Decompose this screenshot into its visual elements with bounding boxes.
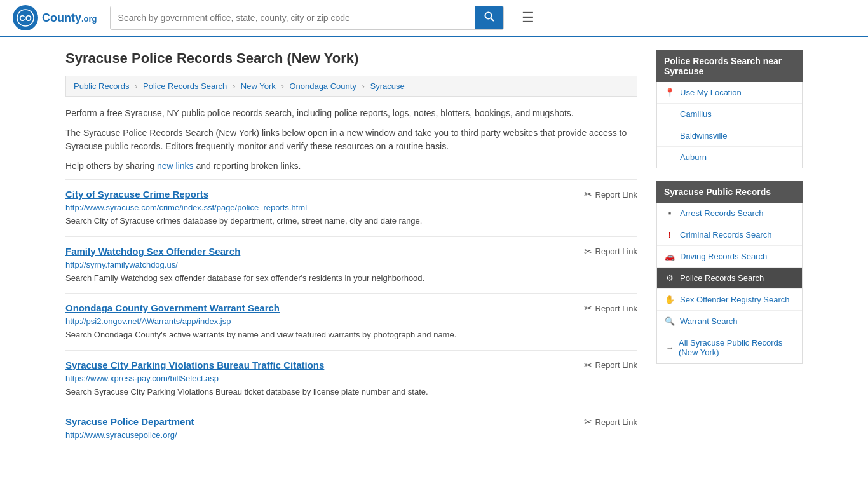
- breadcrumb-police-records-search[interactable]: Police Records Search: [143, 81, 227, 91]
- sidebar-item-label: Use My Location: [680, 88, 742, 97]
- sidebar-item-label: Criminal Records Search: [680, 230, 772, 240]
- sidebar-item-label: Driving Records Search: [680, 252, 767, 261]
- result-item: Syracuse City Parking Violations Bureau …: [65, 350, 637, 407]
- sidebar-item-label: Baldwinsville: [680, 131, 727, 140]
- new-links-link[interactable]: new links: [157, 161, 194, 171]
- search-bar: [110, 6, 504, 30]
- report-link[interactable]: ✂ Report Link: [584, 360, 637, 371]
- report-link[interactable]: ✂ Report Link: [584, 246, 637, 257]
- report-link-label: Report Link: [595, 304, 637, 313]
- warrant-search-icon: 🔍: [665, 316, 675, 326]
- sidebar-item-warrant-search[interactable]: 🔍 Warrant Search: [657, 311, 802, 332]
- sidebar-item-label: Auburn: [680, 152, 707, 162]
- result-url[interactable]: http://syrny.familywatchdog.us/: [65, 260, 637, 269]
- result-url[interactable]: http://www.syracusepolice.org/: [65, 430, 637, 440]
- breadcrumb-new-york[interactable]: New York: [241, 81, 276, 91]
- logo-text: County.org: [42, 11, 97, 25]
- sidebar-records-list: ▪ Arrest Records Search ! Criminal Recor…: [656, 203, 803, 364]
- sidebar-item-arrest-records[interactable]: ▪ Arrest Records Search: [657, 203, 802, 224]
- logo[interactable]: CO County.org: [13, 5, 97, 30]
- sidebar: Police Records Search near Syracuse 📍 Us…: [656, 50, 803, 451]
- result-url[interactable]: http://www.syracuse.com/crime/index.ssf/…: [65, 203, 637, 212]
- report-link-icon: ✂: [584, 302, 592, 314]
- result-header: Family Watchdog Sex Offender Search ✂ Re…: [65, 246, 637, 257]
- sidebar-location-list: 📍 Use My Location Camillus Baldwinsville…: [656, 82, 803, 168]
- result-desc: Search Onondaga County's active warrants…: [65, 329, 637, 341]
- sidebar-section-nearby: Police Records Search near Syracuse 📍 Us…: [656, 50, 803, 168]
- result-desc: Search Family Watchdog sex offender data…: [65, 272, 637, 285]
- arrow-right-icon: →: [665, 343, 675, 353]
- result-header: City of Syracuse Crime Reports ✂ Report …: [65, 189, 637, 200]
- results-list: City of Syracuse Crime Reports ✂ Report …: [65, 179, 637, 451]
- page-title: Syracuse Police Records Search (New York…: [65, 50, 637, 67]
- report-link-icon: ✂: [584, 246, 592, 257]
- svg-line-3: [491, 18, 494, 22]
- result-item: Family Watchdog Sex Offender Search ✂ Re…: [65, 236, 637, 294]
- result-header: Onondaga County Government Warrant Searc…: [65, 302, 637, 314]
- report-link-label: Report Link: [595, 190, 637, 200]
- sidebar-item-label: Arrest Records Search: [680, 208, 764, 218]
- criminal-records-icon: !: [665, 230, 675, 240]
- result-title[interactable]: Syracuse Police Department: [65, 416, 194, 427]
- sex-offender-icon: ✋: [665, 295, 675, 304]
- result-header: Syracuse City Parking Violations Bureau …: [65, 360, 637, 371]
- breadcrumb: Public Records › Police Records Search ›…: [65, 76, 637, 97]
- sidebar-item-all-records[interactable]: → All Syracuse Public Records (New York): [657, 332, 802, 363]
- result-title[interactable]: Family Watchdog Sex Offender Search: [65, 246, 240, 257]
- sidebar-item-driving-records[interactable]: 🚗 Driving Records Search: [657, 246, 802, 268]
- result-title[interactable]: City of Syracuse Crime Reports: [65, 189, 208, 200]
- report-link[interactable]: ✂ Report Link: [584, 189, 637, 200]
- sidebar-item-label: Warrant Search: [680, 316, 738, 326]
- report-link-label: Report Link: [595, 360, 637, 370]
- report-link-icon: ✂: [584, 360, 592, 371]
- report-link-icon: ✂: [584, 416, 592, 428]
- sidebar-item-label: Sex Offender Registry Search: [680, 295, 789, 304]
- description-para2: The Syracuse Police Records Search (New …: [65, 126, 637, 153]
- report-link-label: Report Link: [595, 417, 637, 427]
- result-desc: Search Syracuse City Parking Violations …: [65, 386, 637, 398]
- search-input[interactable]: [111, 6, 475, 29]
- driving-records-icon: 🚗: [665, 252, 675, 261]
- hamburger-menu[interactable]: ☰: [517, 7, 539, 29]
- description-para3: Help others by sharing new links and rep…: [65, 159, 637, 173]
- sidebar-item-sex-offender-registry[interactable]: ✋ Sex Offender Registry Search: [657, 289, 802, 311]
- result-header: Syracuse Police Department ✂ Report Link: [65, 416, 637, 428]
- logo-icon: CO: [13, 5, 38, 30]
- svg-point-2: [485, 13, 491, 19]
- sidebar-heading-nearby: Police Records Search near Syracuse: [656, 50, 803, 82]
- report-link[interactable]: ✂ Report Link: [584, 416, 637, 428]
- result-url[interactable]: http://psi2.ongov.net/AWarrants/app/inde…: [65, 316, 637, 326]
- police-records-icon: ⚙: [665, 273, 675, 283]
- breadcrumb-syracuse[interactable]: Syracuse: [370, 81, 405, 91]
- sidebar-item-criminal-records[interactable]: ! Criminal Records Search: [657, 224, 802, 246]
- result-url[interactable]: https://www.xpress-pay.com/billSelect.as…: [65, 374, 637, 383]
- sidebar-item-police-records[interactable]: ⚙ Police Records Search: [657, 268, 802, 289]
- sidebar-heading-public-records: Syracuse Public Records: [656, 181, 803, 203]
- description-para1: Perform a free Syracuse, NY public polic…: [65, 107, 637, 120]
- svg-text:CO: CO: [19, 13, 32, 23]
- sidebar-item-baldwinsville[interactable]: Baldwinsville: [657, 125, 802, 147]
- sidebar-item-label: Camillus: [680, 109, 712, 119]
- breadcrumb-onondaga-county[interactable]: Onondaga County: [289, 81, 356, 91]
- location-pin-icon: 📍: [665, 88, 675, 97]
- sidebar-item-auburn[interactable]: Auburn: [657, 147, 802, 168]
- sidebar-section-public-records: Syracuse Public Records ▪ Arrest Records…: [656, 181, 803, 364]
- result-item: Onondaga County Government Warrant Searc…: [65, 293, 637, 350]
- report-link-icon: ✂: [584, 189, 592, 200]
- result-item: Syracuse Police Department ✂ Report Link…: [65, 407, 637, 451]
- sidebar-item-use-my-location[interactable]: 📍 Use My Location: [657, 82, 802, 104]
- sidebar-item-camillus[interactable]: Camillus: [657, 104, 802, 125]
- report-link-label: Report Link: [595, 247, 637, 256]
- sidebar-item-label: All Syracuse Public Records (New York): [679, 338, 794, 357]
- report-link[interactable]: ✂ Report Link: [584, 302, 637, 314]
- sidebar-item-label: Police Records Search: [680, 273, 764, 283]
- result-desc: Search City of Syracuse crimes database …: [65, 215, 637, 227]
- search-button[interactable]: [475, 6, 503, 29]
- arrest-records-icon: ▪: [665, 208, 675, 218]
- result-item: City of Syracuse Crime Reports ✂ Report …: [65, 179, 637, 236]
- breadcrumb-public-records[interactable]: Public Records: [74, 81, 129, 91]
- result-title[interactable]: Syracuse City Parking Violations Bureau …: [65, 360, 324, 370]
- result-title[interactable]: Onondaga County Government Warrant Searc…: [65, 302, 280, 313]
